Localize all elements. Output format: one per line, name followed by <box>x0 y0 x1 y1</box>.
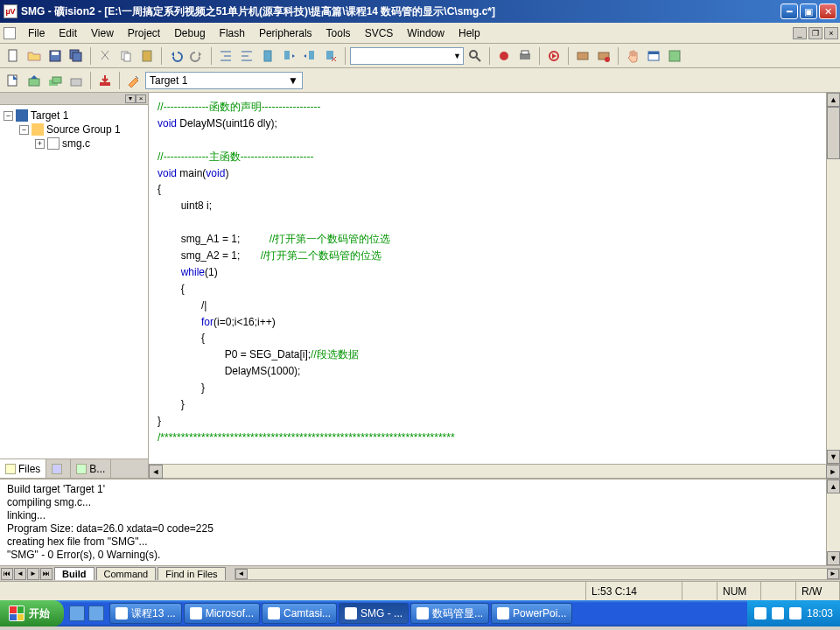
translate-icon[interactable] <box>4 71 23 90</box>
code-area[interactable]: //-------------函数的声明----------------- vo… <box>149 93 840 464</box>
tray-icon-1[interactable] <box>754 607 766 620</box>
find-icon[interactable] <box>466 46 485 66</box>
menu-file[interactable]: File <box>21 25 52 41</box>
tray-icon-2[interactable] <box>772 607 784 620</box>
tab-regs[interactable] <box>46 459 71 478</box>
menu-bar: File Edit View Project Debug Flash Perip… <box>0 23 840 44</box>
paste-icon[interactable] <box>137 46 157 66</box>
clock[interactable]: 18:03 <box>807 607 833 620</box>
svg-point-19 <box>605 57 610 62</box>
new-file-icon[interactable] <box>4 46 23 66</box>
tab-build[interactable]: Build <box>54 567 94 580</box>
save-icon[interactable] <box>46 46 65 66</box>
menu-edit[interactable]: Edit <box>52 25 84 41</box>
tab-nav-next[interactable]: ► <box>27 568 39 580</box>
menu-flash[interactable]: Flash <box>213 25 252 41</box>
find-combo[interactable]: ▼ <box>350 47 464 65</box>
outdent-icon[interactable] <box>237 46 256 66</box>
panel-pin-button[interactable]: ▾ <box>125 94 136 103</box>
task-item-3[interactable]: SMG - ... <box>339 603 409 624</box>
svg-rect-21 <box>648 52 659 54</box>
tab-books[interactable]: B... <box>71 459 111 478</box>
quick-launch <box>69 606 104 621</box>
tree-group[interactable]: −Source Group 1 <box>19 122 144 136</box>
bookmark-icon[interactable] <box>258 46 277 66</box>
task-item-2[interactable]: Camtasi... <box>262 603 337 624</box>
menu-debug[interactable]: Debug <box>167 25 212 41</box>
menu-tools[interactable]: Tools <box>319 25 358 41</box>
maximize-button[interactable]: ▣ <box>800 4 817 19</box>
windows-taskbar: 开始 课程13 ... Microsof... Camtasi... SMG -… <box>0 600 840 626</box>
menu-peripherals[interactable]: Peripherals <box>252 25 319 41</box>
output-vscroll[interactable]: ▲▼ <box>826 480 840 565</box>
tab-nav-first[interactable]: ⏮ <box>1 568 13 580</box>
indent-icon[interactable] <box>216 46 235 66</box>
rebuild-icon[interactable] <box>46 71 65 90</box>
svg-rect-6 <box>124 53 130 61</box>
system-tray[interactable]: 18:03 <box>747 600 840 626</box>
tab-find-in-files[interactable]: Find in Files <box>158 567 225 580</box>
tab-nav-prev[interactable]: ◄ <box>14 568 26 580</box>
task-item-4[interactable]: 数码管显... <box>410 603 489 624</box>
debug-session-icon[interactable] <box>544 46 564 66</box>
print-icon[interactable] <box>515 46 535 66</box>
window-title: SMG - 礦ision2 - [E:\一周搞定系列视频之51单片机(源享科技)… <box>21 4 780 19</box>
code-editor[interactable]: //-------------函数的声明----------------- vo… <box>149 93 840 478</box>
menu-project[interactable]: Project <box>121 25 167 41</box>
breakpoint2-icon[interactable] <box>594 46 613 66</box>
build-batch-icon[interactable] <box>66 71 86 90</box>
tab-nav-last[interactable]: ⏭ <box>40 568 52 580</box>
menu-svcs[interactable]: SVCS <box>358 25 401 41</box>
redo-icon[interactable] <box>187 46 206 66</box>
save-all-icon[interactable] <box>66 46 86 66</box>
task-item-5[interactable]: PowerPoi... <box>491 603 572 624</box>
open-file-icon[interactable] <box>24 46 44 66</box>
tray-icon-3[interactable] <box>789 607 802 620</box>
bookmark-prev-icon[interactable] <box>300 46 319 66</box>
minimize-button[interactable]: ━ <box>780 4 798 19</box>
bookmark-next-icon[interactable] <box>279 46 298 66</box>
tree-file[interactable]: +smg.c <box>35 136 144 150</box>
config-icon[interactable] <box>665 46 684 66</box>
download-icon[interactable] <box>95 71 115 90</box>
start-button[interactable]: 开始 <box>0 600 64 626</box>
ql-icon-1[interactable] <box>69 606 85 621</box>
project-tree[interactable]: −Target 1 −Source Group 1 +smg.c <box>0 105 148 458</box>
editor-hscroll[interactable]: ◄► <box>149 464 840 478</box>
tab-command[interactable]: Command <box>96 567 157 580</box>
editor-vscroll[interactable]: ▲▼ <box>826 93 840 464</box>
build-icon[interactable] <box>24 71 44 90</box>
menu-window[interactable]: Window <box>400 25 452 41</box>
hand-icon[interactable] <box>623 46 642 66</box>
bookmark-clear-icon[interactable] <box>321 46 340 66</box>
tab-files[interactable]: Files <box>0 459 46 478</box>
mdi-restore-button[interactable]: ❐ <box>808 27 822 39</box>
output-hscroll[interactable]: ◄► <box>234 568 840 580</box>
doc-icon <box>4 27 16 39</box>
panel-close-button[interactable]: × <box>136 94 146 103</box>
close-button[interactable]: ✕ <box>819 4 836 19</box>
window-icon[interactable] <box>644 46 663 66</box>
undo-icon[interactable] <box>166 46 186 66</box>
tree-target[interactable]: −Target 1 <box>4 108 144 122</box>
cut-icon[interactable] <box>95 46 115 66</box>
status-num: NUM <box>718 582 761 600</box>
svg-point-12 <box>470 51 477 58</box>
debug-icon[interactable] <box>494 46 514 66</box>
build-output[interactable]: Build target 'Target 1' compiling smg.c.… <box>0 480 840 565</box>
ql-icon-2[interactable] <box>88 606 104 621</box>
project-tabs: Files B... <box>0 458 148 478</box>
breakpoint-icon[interactable] <box>573 46 592 66</box>
svg-rect-27 <box>71 79 81 86</box>
windows-logo-icon <box>9 606 24 621</box>
options-icon[interactable] <box>124 71 144 90</box>
menu-view[interactable]: View <box>84 25 121 41</box>
target-combo[interactable]: Target 1▼ <box>145 72 303 89</box>
mdi-close-button[interactable]: × <box>824 27 838 39</box>
menu-help[interactable]: Help <box>452 25 487 41</box>
copy-icon[interactable] <box>116 46 136 66</box>
task-item-1[interactable]: Microsof... <box>184 603 260 624</box>
mdi-minimize-button[interactable]: _ <box>793 27 807 39</box>
svg-rect-9 <box>284 51 290 60</box>
task-item-0[interactable]: 课程13 ... <box>109 603 182 624</box>
